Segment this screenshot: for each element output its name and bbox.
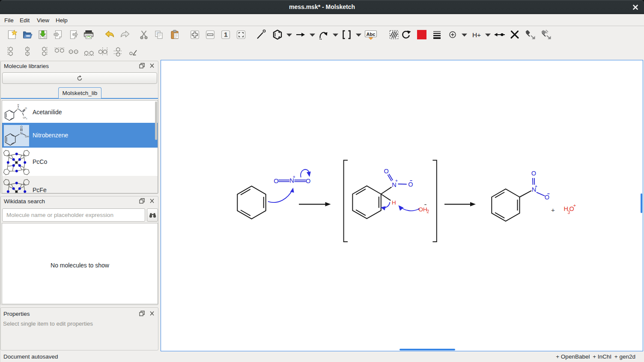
svg-text:+: + (395, 178, 398, 183)
svg-text:+: + (293, 175, 295, 179)
svg-text:OH: OH (25, 135, 29, 138)
svg-text:N: N (20, 132, 22, 135)
svg-text:N: N (17, 108, 19, 110)
svg-text:O: O (25, 107, 27, 110)
svg-text:+: + (535, 184, 537, 189)
svg-text:CH: CH (23, 116, 26, 119)
svg-text:OH: OH (419, 206, 427, 213)
svg-text:O: O (531, 170, 536, 177)
svg-text:+: + (573, 203, 576, 208)
svg-text:O: O (408, 181, 413, 188)
svg-text:2: 2 (427, 209, 429, 214)
svg-text:Abc: Abc (367, 32, 376, 37)
svg-text:O: O (384, 168, 389, 175)
svg-text:O: O (274, 178, 278, 184)
svg-text:O: O (306, 178, 310, 184)
svg-text:+: + (551, 206, 555, 214)
svg-text:O: O (545, 194, 549, 201)
svg-text:H+: H+ (472, 31, 481, 39)
svg-text:O: O (20, 125, 23, 128)
svg-text:H: H (392, 199, 396, 206)
svg-text:3: 3 (26, 118, 27, 120)
svg-text:H: H (18, 104, 19, 106)
svg-text:1: 1 (224, 31, 228, 38)
